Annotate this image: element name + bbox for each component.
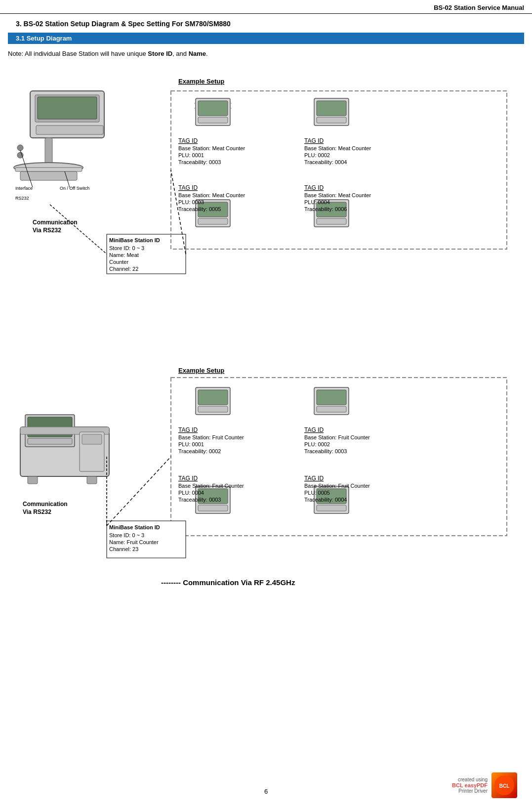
svg-rect-28 <box>198 117 228 123</box>
svg-text:Store ID: 0 ~ 3: Store ID: 0 ~ 3 <box>109 245 144 251</box>
svg-rect-27 <box>198 101 228 116</box>
svg-text:PLU: 0002: PLU: 0002 <box>304 441 330 447</box>
svg-text:BCL: BCL <box>499 783 510 789</box>
svg-rect-35 <box>317 117 346 123</box>
svg-text:Traceability: 0003: Traceability: 0003 <box>304 448 347 454</box>
bcl-logo: BCL <box>491 772 517 798</box>
svg-text:Communication: Communication <box>23 501 68 508</box>
svg-rect-82 <box>317 406 346 412</box>
svg-rect-79 <box>198 406 228 412</box>
svg-text:Via RS232: Via RS232 <box>33 227 61 234</box>
svg-line-107 <box>107 457 171 526</box>
svg-text:PLU: 0001: PLU: 0001 <box>178 152 204 158</box>
svg-rect-78 <box>198 390 228 405</box>
svg-rect-62 <box>28 438 72 444</box>
svg-text:Name: Meat: Name: Meat <box>109 252 139 258</box>
footer-area: created using BCL easyPDF Printer Driver… <box>452 772 517 798</box>
svg-rect-85 <box>198 505 228 511</box>
svg-rect-81 <box>317 390 346 405</box>
svg-text:TAG ID: TAG ID <box>178 184 198 191</box>
svg-text:Example Setup: Example Setup <box>178 78 224 85</box>
diagram-svg: Interface On / Off Switch RS232 Communic… <box>8 61 524 783</box>
svg-text:TAG ID: TAG ID <box>178 137 198 144</box>
svg-text:Channel: 22: Channel: 22 <box>109 266 138 272</box>
svg-rect-65 <box>87 476 97 484</box>
header-title: BS-02 Station Service Manual <box>434 4 524 11</box>
svg-text:TAG ID: TAG ID <box>304 184 324 191</box>
svg-rect-38 <box>198 218 228 224</box>
note-text: Note: All individual Base Station will h… <box>8 50 524 57</box>
svg-text:Base Station: Meat Counter: Base Station: Meat Counter <box>178 192 245 198</box>
diagram-area: Interface On / Off Switch RS232 Communic… <box>8 61 524 783</box>
svg-text:Name: Fruit Counter: Name: Fruit Counter <box>109 539 159 545</box>
svg-text:Base Station: Fruit Counter: Base Station: Fruit Counter <box>178 483 244 489</box>
svg-rect-34 <box>317 101 346 116</box>
svg-text:PLU: 0004: PLU: 0004 <box>178 490 204 496</box>
svg-rect-41 <box>317 218 346 224</box>
svg-text:MiniBase Station ID: MiniBase Station ID <box>109 237 160 243</box>
svg-text:PLU: 0004: PLU: 0004 <box>304 199 330 205</box>
svg-rect-3 <box>36 126 103 134</box>
svg-text:TAG ID: TAG ID <box>304 137 324 144</box>
svg-text:Via RS232: Via RS232 <box>23 509 51 515</box>
svg-rect-2 <box>38 97 97 119</box>
svg-point-8 <box>17 145 23 151</box>
svg-text:Base Station: Fruit Counter: Base Station: Fruit Counter <box>304 434 370 440</box>
svg-text:-------- Communication Via RF : -------- Communication Via RF 2.45GHz <box>161 578 295 587</box>
svg-text:Traceability: 0006: Traceability: 0006 <box>304 206 347 212</box>
svg-text:Base Station: Meat Counter: Base Station: Meat Counter <box>304 192 371 198</box>
svg-rect-67 <box>82 434 102 444</box>
svg-text:RS232: RS232 <box>15 196 29 201</box>
svg-text:TAG ID: TAG ID <box>304 475 324 482</box>
section-title: 3. BS-02 Station Setup Diagram & Spec Se… <box>8 17 524 31</box>
svg-text:Example Setup: Example Setup <box>178 367 224 374</box>
page-header: BS-02 Station Service Manual <box>0 0 532 14</box>
svg-text:Channel: 23: Channel: 23 <box>109 546 138 552</box>
svg-text:On / Off Switch: On / Off Switch <box>60 186 89 191</box>
svg-text:PLU: 0001: PLU: 0001 <box>178 441 204 447</box>
svg-text:PLU: 0002: PLU: 0002 <box>304 152 330 158</box>
svg-rect-6 <box>15 168 82 171</box>
svg-text:Base Station: Meat Counter: Base Station: Meat Counter <box>304 145 371 151</box>
svg-text:Base Station: Fruit Counter: Base Station: Fruit Counter <box>304 483 370 489</box>
svg-text:Base Station: Meat Counter: Base Station: Meat Counter <box>178 145 245 151</box>
svg-text:MiniBase Station ID: MiniBase Station ID <box>109 524 160 530</box>
svg-text:Traceability: 0004: Traceability: 0004 <box>304 159 347 165</box>
svg-text:Interface: Interface <box>15 186 33 191</box>
svg-text:TAG ID: TAG ID <box>178 426 198 433</box>
svg-text:Counter: Counter <box>109 259 128 265</box>
svg-text:Communication: Communication <box>33 219 78 226</box>
svg-text:PLU: 0005: PLU: 0005 <box>304 490 330 496</box>
svg-text:Traceability: 0004: Traceability: 0004 <box>304 497 347 503</box>
svg-text:Base Station: Fruit Counter: Base Station: Fruit Counter <box>178 434 244 440</box>
svg-point-9 <box>17 152 23 158</box>
svg-rect-88 <box>317 505 346 511</box>
svg-text:Traceability: 0003: Traceability: 0003 <box>178 497 221 503</box>
svg-text:Traceability: 0005: Traceability: 0005 <box>178 206 221 212</box>
svg-text:TAG ID: TAG ID <box>304 426 324 433</box>
svg-text:Traceability: 0003: Traceability: 0003 <box>178 159 221 165</box>
svg-text:TAG ID: TAG ID <box>178 475 198 482</box>
page-number: 6 <box>264 788 268 795</box>
svg-text:Traceability: 0002: Traceability: 0002 <box>178 448 221 454</box>
svg-rect-64 <box>28 476 38 484</box>
svg-text:Store ID: 0 ~ 3: Store ID: 0 ~ 3 <box>109 532 144 538</box>
svg-text:PLU: 0003: PLU: 0003 <box>178 199 204 205</box>
section-subtitle: 3.1 Setup Diagram <box>8 33 524 44</box>
